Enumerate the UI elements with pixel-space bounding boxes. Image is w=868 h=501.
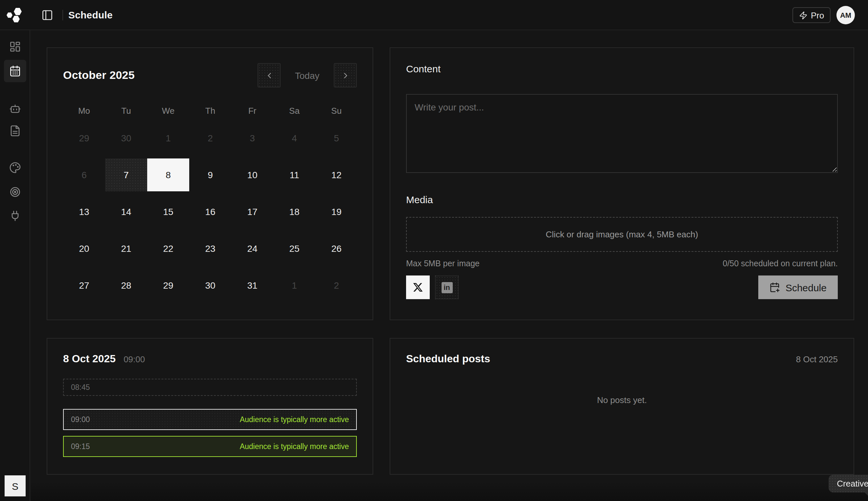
sidebar-item-dashboard[interactable]	[4, 35, 26, 58]
calendar-day[interactable]: 20	[63, 232, 105, 265]
calendar-day[interactable]: 6	[63, 158, 105, 191]
calendar-header: October 2025 Today	[63, 63, 357, 87]
max-size-note: Max 5MB per image	[406, 259, 480, 268]
calendar-day[interactable]: 22	[147, 232, 189, 265]
hexagon-icon	[14, 8, 22, 15]
sidebar-item-documents[interactable]	[4, 120, 26, 142]
content-heading: Content	[406, 63, 838, 74]
timeslot-08:45[interactable]: 08:45	[63, 379, 357, 396]
timeslot-time: 09:00	[71, 416, 90, 424]
calendar-day[interactable]: 4	[273, 121, 315, 154]
collaborator-cursor-label: Creative	[828, 475, 868, 492]
timeslot-09:00[interactable]: 09:00Audience is typically more active	[63, 409, 357, 430]
x-logo-icon	[413, 282, 423, 292]
sidebar-item-branding[interactable]	[4, 157, 26, 179]
sidebar-toggle-button[interactable]	[38, 6, 56, 24]
weekday-label: We	[147, 103, 189, 118]
timeslot-time: 08:45	[71, 383, 90, 391]
pro-plan-button[interactable]: Pro	[792, 7, 831, 23]
today-button[interactable]: Today	[292, 70, 322, 81]
calendar-nav: Today	[258, 63, 357, 87]
calendar-day[interactable]: 18	[273, 195, 315, 228]
calendar-day[interactable]: 2	[315, 269, 357, 302]
calendar-day[interactable]: 23	[189, 232, 231, 265]
calendar-day[interactable]: 13	[63, 195, 105, 228]
calendar-day[interactable]: 10	[231, 158, 273, 191]
calendar-day[interactable]: 27	[63, 269, 105, 302]
calendar-day[interactable]: 30	[189, 269, 231, 302]
media-heading: Media	[406, 194, 838, 205]
file-text-icon	[9, 125, 21, 137]
timeslot-list: 08:4509:00Audience is typically more act…	[63, 379, 357, 457]
weekday-label: Su	[315, 103, 357, 118]
s-corner-badge[interactable]: S	[4, 475, 26, 497]
schedule-button[interactable]: Schedule	[759, 276, 838, 299]
chevron-left-icon	[264, 71, 274, 80]
collaborator-name: Creative	[837, 479, 868, 489]
calendar-day[interactable]: 24	[231, 232, 273, 265]
sidebar-item-targets[interactable]	[4, 181, 26, 203]
calendar-day[interactable]: 9	[189, 158, 231, 191]
timeslot-09:15[interactable]: 09:15Audience is typically more active	[63, 436, 357, 457]
calendar-day[interactable]: 17	[231, 195, 273, 228]
calendar-day[interactable]: 1	[273, 269, 315, 302]
platform-linkedin-button[interactable]: in	[435, 276, 459, 299]
platform-x-button[interactable]	[406, 276, 430, 299]
calendar-day[interactable]: 14	[105, 195, 147, 228]
calendar-day[interactable]: 25	[273, 232, 315, 265]
calendar-day[interactable]: 29	[63, 121, 105, 154]
calendar-day[interactable]: 30	[105, 121, 147, 154]
timeslots-header: 8 Oct 2025 09:00	[63, 353, 357, 367]
user-avatar[interactable]: AM	[836, 6, 855, 24]
weekday-label: Sa	[273, 103, 315, 118]
app-logo-hexagons-icon[interactable]	[7, 7, 22, 23]
calendar-day[interactable]: 21	[105, 232, 147, 265]
empty-state-message: No posts yet.	[406, 395, 838, 405]
sidebar-item-schedule[interactable]	[4, 60, 26, 82]
calendar-day[interactable]: 5	[315, 121, 357, 154]
scheduled-posts-heading: Scheduled posts	[406, 353, 490, 365]
scheduled-posts-panel: Scheduled posts 8 Oct 2025 No posts yet.	[390, 338, 854, 475]
calendar-day[interactable]: 28	[105, 269, 147, 302]
composer-actions-row: in Schedule	[406, 276, 838, 299]
calendar-day[interactable]: 7	[105, 158, 147, 191]
top-bar: Schedule Pro AM	[0, 0, 868, 30]
prev-month-button[interactable]	[258, 63, 281, 87]
calendar-day[interactable]: 8	[147, 158, 189, 191]
calendar-day[interactable]: 31	[231, 269, 273, 302]
calendar-day[interactable]: 11	[273, 158, 315, 191]
timeslots-panel: 8 Oct 2025 09:00 08:4509:00Audience is t…	[47, 338, 373, 475]
scheduled-posts-header: Scheduled posts 8 Oct 2025	[406, 353, 838, 367]
calendar-day[interactable]: 2	[189, 121, 231, 154]
calendar-day[interactable]: 3	[231, 121, 273, 154]
selected-time-label: 09:00	[123, 354, 145, 364]
sidebar-item-integrations[interactable]	[4, 204, 26, 227]
topbar-divider	[63, 10, 63, 20]
calendar-day[interactable]: 15	[147, 195, 189, 228]
schedule-button-label: Schedule	[785, 282, 827, 293]
sidebar-item-assistant[interactable]	[4, 97, 26, 120]
panel-left-icon	[41, 9, 53, 21]
calendar-day[interactable]: 16	[189, 195, 231, 228]
image-dropzone[interactable]: Click or drag images (max 4, 5MB each)	[406, 217, 838, 252]
post-textarea[interactable]	[406, 94, 838, 173]
linkedin-icon: in	[441, 282, 452, 293]
calendar-day[interactable]: 1	[147, 121, 189, 154]
calendar-day[interactable]: 29	[147, 269, 189, 302]
calendar-month-title: October 2025	[63, 69, 135, 82]
hexagon-icon	[12, 16, 20, 22]
pro-label: Pro	[811, 10, 824, 20]
timeslot-activity-note: Audience is typically more active	[240, 443, 349, 450]
plug-icon	[9, 210, 21, 222]
calendar-day[interactable]: 19	[315, 195, 357, 228]
weekday-label: Th	[189, 103, 231, 118]
calendar-grid: MoTuWeThFrSaSu29301234567891011121314151…	[63, 103, 357, 302]
timeslot-activity-note: Audience is typically more active	[240, 416, 349, 424]
selected-date-label: 8 Oct 2025	[63, 353, 116, 365]
weekday-label: Tu	[105, 103, 147, 118]
calendar-day[interactable]: 26	[315, 232, 357, 265]
calendar-panel: October 2025 Today MoTuWeThFrSaSu2930123…	[47, 47, 373, 320]
plan-quota-note: 0/50 scheduled on current plan.	[723, 259, 838, 268]
calendar-day[interactable]: 12	[315, 158, 357, 191]
next-month-button[interactable]	[334, 63, 357, 87]
